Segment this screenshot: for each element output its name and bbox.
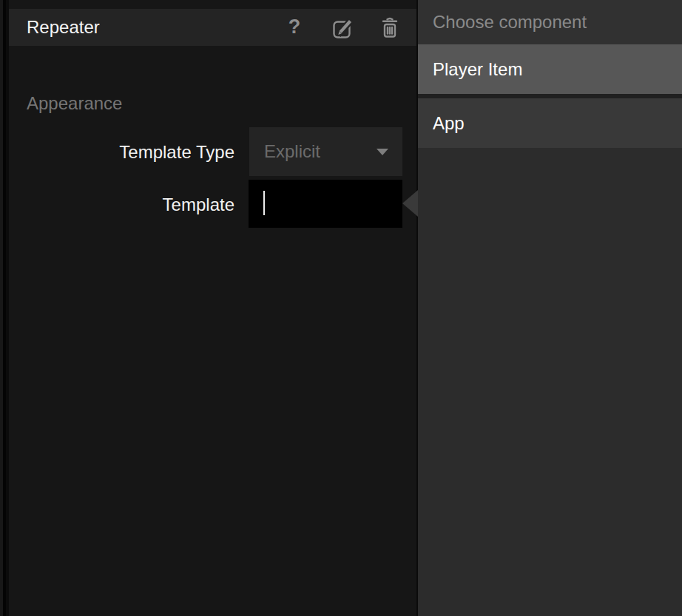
- canvas-edge: [0, 0, 6, 616]
- trash-icon: [381, 16, 399, 38]
- delete-button[interactable]: [381, 16, 399, 38]
- template-input[interactable]: [249, 180, 402, 228]
- help-button[interactable]: ?: [278, 9, 311, 46]
- help-icon: ?: [288, 16, 301, 38]
- inspector-header: Repeater ?: [9, 9, 416, 46]
- template-type-dropdown[interactable]: Explicit: [249, 127, 402, 176]
- edit-icon: [332, 17, 354, 38]
- page-title: Repeater: [27, 9, 100, 46]
- edit-button[interactable]: [332, 17, 354, 38]
- text-cursor: [263, 191, 265, 215]
- component-option-player-item[interactable]: Player Item: [418, 44, 682, 94]
- template-label: Template: [74, 194, 234, 215]
- popover-arrow: [402, 190, 418, 217]
- component-option-app[interactable]: App: [418, 98, 682, 148]
- choose-component-header: Choose component: [418, 0, 682, 44]
- inspector-panel: Repeater ?: [9, 0, 416, 616]
- template-type-label: Template Type: [74, 142, 234, 163]
- section-title-appearance: Appearance: [27, 93, 122, 114]
- chevron-down-icon: [377, 149, 388, 155]
- component-chooser-popover: Choose component Player Item App: [418, 0, 682, 616]
- dropdown-selected-value: Explicit: [264, 127, 320, 176]
